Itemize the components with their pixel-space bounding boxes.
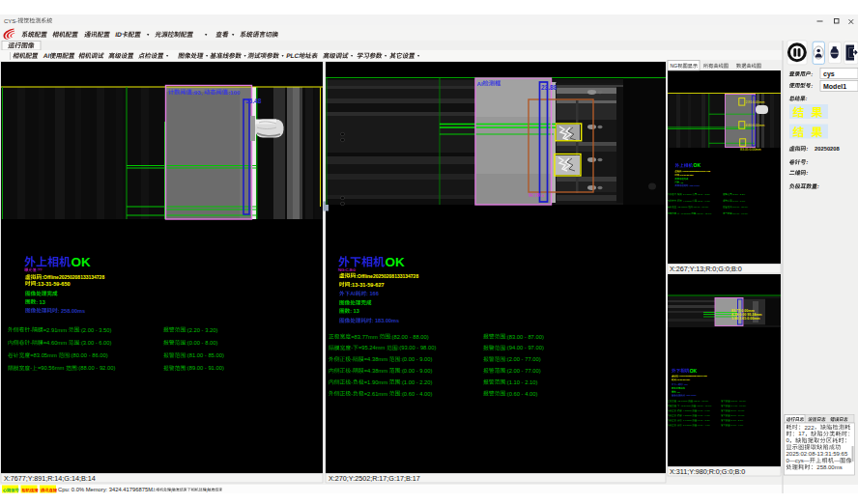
svg-text::Offline20250208133134728: :Offline20250208133134728 bbox=[42, 274, 104, 280]
svg-text:X:311;Y:980;R:0;G:0;B:0: X:311;Y:980;R:0;G:0;B:0 bbox=[670, 467, 745, 476]
svg-text:AI: AI bbox=[477, 80, 483, 87]
svg-text::(2.00 - 3.50): :(2.00 - 3.50) bbox=[79, 327, 111, 333]
svg-text::13-31-59-627: :13-31-59-627 bbox=[350, 282, 384, 288]
svg-text:=90.56mm: =90.56mm bbox=[679, 212, 691, 215]
svg-text:=4.60mm: =4.60mm bbox=[682, 200, 693, 203]
svg-text:=4.60mm: =4.60mm bbox=[43, 340, 69, 346]
svg-text::Offline20250208133134728: :Offline20250208133134728 bbox=[681, 170, 710, 172]
svg-text:=1.90mm: =1.90mm bbox=[364, 379, 389, 385]
svg-text::Offline20250208133134728: :Offline20250208133134728 bbox=[356, 273, 418, 279]
svg-text::(82.00 - 88.00): :(82.00 - 88.00) bbox=[390, 334, 429, 340]
svg-text:4.60:0.00mm: 4.60:0.00mm bbox=[746, 124, 765, 127]
svg-text::(80.00 - 86.00): :(80.00 - 86.00) bbox=[70, 352, 108, 358]
svg-text:|: | bbox=[171, 488, 172, 492]
svg-text::(1.00 - 2.20): :(1.00 - 2.20) bbox=[697, 419, 710, 422]
svg-text::13-31-59-650: :13-31-59-650 bbox=[679, 174, 694, 176]
svg-text:NG:C.B:0: NG:C.B:0 bbox=[338, 267, 357, 272]
svg-text::(89.00 - 91.00): :(89.00 - 91.00) bbox=[732, 212, 749, 215]
svg-text::(93.00 - 98.00): :(93.00 - 98.00) bbox=[398, 345, 437, 350]
svg-text:: 258.00ms: : 258.00ms bbox=[58, 308, 86, 314]
svg-text::Offline20250208133134728: :Offline20250208133134728 bbox=[678, 375, 707, 377]
svg-text::(83.00 - 87.00): :(83.00 - 87.00) bbox=[505, 334, 544, 340]
svg-text:-: - bbox=[30, 327, 32, 333]
svg-text:-: - bbox=[351, 391, 353, 397]
svg-text::(2.00 - 77.00): :(2.00 - 77.00) bbox=[505, 356, 540, 362]
svg-text:OK: OK bbox=[386, 255, 406, 269]
svg-text:=2.91mm: =2.91mm bbox=[682, 193, 693, 196]
svg-text::(3.00 - 6.00): :(3.00 - 6.00) bbox=[697, 200, 710, 203]
svg-text::(0.60 - 4.00): :(0.60 - 4.00) bbox=[505, 391, 537, 397]
svg-text::(2.20 - 3.20): :(2.20 - 3.20) bbox=[186, 327, 217, 333]
svg-text::(2.20 - 3.20): :(2.20 - 3.20) bbox=[732, 193, 746, 196]
svg-text:=4.38mm: =4.38mm bbox=[364, 368, 389, 374]
svg-text::(2.00 - 77.00): :(2.00 - 77.00) bbox=[730, 414, 745, 417]
svg-text:=1.90mm: =1.90mm bbox=[682, 419, 693, 422]
svg-text::(0.00 - 9.00): :(0.00 - 9.00) bbox=[697, 409, 710, 412]
svg-text:0—cys—: 0—cys— bbox=[786, 458, 810, 463]
svg-text::(80.00 - 86.00): :(80.00 - 86.00) bbox=[693, 206, 709, 209]
svg-text::(1.00 - 2.20): :(1.00 - 2.20) bbox=[400, 379, 432, 385]
svg-text::(0.60 - 4.00): :(0.60 - 4.00) bbox=[400, 391, 432, 397]
svg-text::(2.00 - 77.00): :(2.00 - 77.00) bbox=[505, 368, 540, 374]
svg-text:OK: OK bbox=[72, 255, 92, 269]
svg-text:: 13: : 13 bbox=[350, 308, 359, 314]
svg-text:: 183.00ms: : 183.00ms bbox=[372, 318, 400, 323]
svg-text:Model1: Model1 bbox=[823, 83, 846, 90]
svg-text:=83.05mm: =83.05mm bbox=[30, 352, 58, 358]
svg-text:=95.24mm: =95.24mm bbox=[358, 345, 386, 350]
svg-text:=2.91mm: =2.91mm bbox=[43, 327, 69, 333]
svg-text::(88.00 - 92.00): :(88.00 - 92.00) bbox=[77, 365, 116, 371]
svg-text:20250208: 20250208 bbox=[815, 146, 841, 152]
svg-text::(0.60 - 4.00): :(0.60 - 4.00) bbox=[730, 424, 744, 427]
svg-text:-: - bbox=[30, 340, 32, 346]
svg-text:23.88: 23.88 bbox=[541, 84, 558, 91]
svg-text::13-31-59-627: :13-31-59-627 bbox=[676, 378, 691, 380]
svg-text:X:270;Y:2502;R:17;G:17;B:17: X:270;Y:2502;R:17;G:17;B:17 bbox=[329, 474, 420, 483]
svg-text::(0.00 - 8.00): :(0.00 - 8.00) bbox=[186, 340, 217, 346]
svg-text:AI: AI bbox=[350, 291, 356, 296]
svg-text:=83.77mm: =83.77mm bbox=[351, 334, 379, 340]
svg-text::(2.00 - 3.50): :(2.00 - 3.50) bbox=[697, 193, 710, 196]
svg-text::(3.00 - 6.00): :(3.00 - 6.00) bbox=[79, 340, 111, 346]
svg-text::13-31-59-650: :13-31-59-650 bbox=[36, 281, 70, 287]
svg-text:Cpu: 0.0% Memory: 3424.4179687: Cpu: 0.0% Memory: 3424.41796875M bbox=[58, 487, 153, 492]
svg-text::93,: :93, bbox=[192, 89, 204, 96]
svg-text::(82.00 - 88.00): :(82.00 - 88.00) bbox=[693, 400, 709, 403]
svg-text::(81.00 - 85.00): :(81.00 - 85.00) bbox=[186, 352, 224, 358]
svg-text::(1.10 - 2.10): :(1.10 - 2.10) bbox=[730, 419, 744, 422]
svg-text::(94.00 - 97.00): :(94.00 - 97.00) bbox=[505, 345, 544, 350]
svg-text:AI: AI bbox=[676, 383, 679, 385]
svg-text:=4.38mm: =4.38mm bbox=[682, 409, 693, 412]
svg-text:: 166: : 166 bbox=[366, 291, 379, 296]
svg-text:2025:02:08-13:31:59:65: 2025:02:08-13:31:59:65 bbox=[786, 451, 848, 457]
svg-text:OK: OK bbox=[694, 162, 701, 168]
svg-text:NG: NG bbox=[671, 63, 678, 69]
svg-text::(2.00 - 77.00): :(2.00 - 77.00) bbox=[730, 409, 745, 412]
svg-text:222: 222 bbox=[805, 425, 815, 431]
svg-text:=83.05mm: =83.05mm bbox=[676, 206, 688, 209]
svg-text::(94.00 - 97.00): :(94.00 - 97.00) bbox=[730, 405, 747, 407]
svg-text:=2.61mm: =2.61mm bbox=[682, 424, 693, 427]
svg-text:=4.38mm: =4.38mm bbox=[682, 414, 693, 417]
svg-text::(0.00 - 9.00): :(0.00 - 9.00) bbox=[697, 414, 710, 417]
svg-text::(81.00 - 85.00): :(81.00 - 85.00) bbox=[732, 206, 749, 209]
svg-text:CYS-: CYS- bbox=[4, 18, 17, 24]
svg-text:: 258.00ms: : 258.00ms bbox=[688, 184, 700, 186]
svg-text::(0.00 - 9.00): :(0.00 - 9.00) bbox=[400, 368, 432, 374]
svg-text:=83.77mm: =83.77mm bbox=[676, 400, 688, 403]
svg-text:: 166: : 166 bbox=[683, 383, 689, 385]
svg-text:55.48: 55.48 bbox=[245, 98, 262, 104]
svg-text::100: :100 bbox=[228, 89, 241, 96]
svg-text:X:7677;Y:891;R:14;G:14;B:14: X:7677;Y:891;R:14;G:14;B:14 bbox=[4, 474, 96, 483]
svg-text::(1.10 - 2.10): :(1.10 - 2.10) bbox=[505, 379, 537, 385]
svg-text:17: 17 bbox=[798, 431, 805, 436]
svg-text:-: - bbox=[30, 365, 32, 371]
svg-text::(88.00 - 92.00): :(88.00 - 92.00) bbox=[696, 212, 712, 215]
svg-text:2.91:0.00mm: 2.91:0.00mm bbox=[746, 100, 765, 104]
svg-text:OK: OK bbox=[690, 368, 698, 374]
svg-text:1.90 2.61:0.00mm: 1.90 2.61:0.00mm bbox=[731, 317, 760, 321]
svg-text::(89.00 - 91.00): :(89.00 - 91.00) bbox=[186, 365, 224, 371]
svg-text:=95.24mm: =95.24mm bbox=[679, 405, 691, 407]
svg-text:-: - bbox=[351, 379, 353, 385]
svg-text::(0.00 - 9.00): :(0.00 - 9.00) bbox=[400, 356, 432, 362]
